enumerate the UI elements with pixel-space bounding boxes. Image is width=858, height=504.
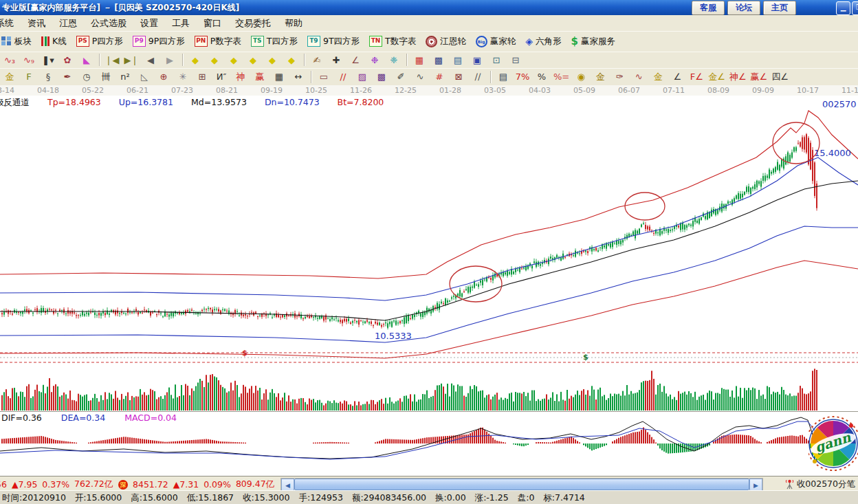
shen-tool-button[interactable]: 神 [231, 69, 250, 85]
percent-slash-button[interactable]: 7% [513, 69, 532, 85]
zigzag-line-button[interactable]: ∿ [410, 69, 430, 85]
menu-item-0[interactable]: 系统 [0, 17, 21, 30]
menu-item-1[interactable]: 资讯 [21, 17, 52, 30]
last-bar-button[interactable]: ▶❘ [122, 52, 141, 67]
width-measure-button[interactable]: ↔ [289, 69, 308, 85]
shen-angle-button[interactable]: 神∠ [727, 69, 749, 85]
box-select-button[interactable]: ▭ [314, 69, 333, 85]
menu-item-8[interactable]: 帮助 [278, 17, 309, 30]
sector-button[interactable]: 板块 [0, 34, 36, 50]
red-grid-button[interactable]: # [430, 69, 449, 85]
square-web-button[interactable]: ⊞ [192, 69, 212, 85]
feed-label[interactable]: 收002570分笔 [797, 479, 855, 490]
cloud-tool-button[interactable]: ❈ [384, 52, 404, 67]
first-bar-button[interactable]: ❘◀ [102, 52, 122, 67]
circle-cross-button[interactable]: ⊕ [154, 69, 173, 85]
horizontal-scrollbar[interactable]: ◀ ▶ [280, 478, 763, 491]
mesh-box-button[interactable]: ▩ [372, 69, 391, 85]
gann-pattern-button[interactable]: ✿ [58, 52, 77, 67]
prev-bar-button[interactable]: ◀ [141, 52, 160, 67]
gold-circle-button[interactable]: ◉ [571, 69, 591, 85]
menu-item-4[interactable]: 设置 [133, 17, 165, 30]
diamond-move-button[interactable]: ◆ [282, 52, 301, 67]
brush-pen-button[interactable]: ✒ [58, 69, 77, 85]
diamond-collapse-button[interactable]: ◆ [243, 52, 263, 67]
minute-chart-9-button[interactable]: ∿₉ [19, 52, 38, 67]
ink-brush-button[interactable]: ✑ [610, 69, 629, 85]
9p-square-button[interactable]: P99P四方形 [128, 34, 190, 50]
t-square-button[interactable]: TST四方形 [246, 34, 302, 50]
minute-chart-3-button[interactable]: ∿₃ [0, 52, 19, 67]
ray-box-button[interactable]: ▨ [353, 69, 372, 85]
ray-fan-button[interactable]: // [333, 69, 353, 85]
calendar-button[interactable]: ▦ [410, 52, 429, 67]
titlebar-button-2[interactable]: 主页 [763, 1, 796, 15]
winner-wheel-button[interactable]: Big赢家轮 [471, 34, 521, 50]
hexagon-button[interactable]: ◈六角形 [520, 34, 566, 50]
si-angle-button[interactable]: 四∠ [769, 69, 791, 85]
hand-tool-button[interactable]: ✍ [307, 52, 327, 67]
p-number-table-button[interactable]: PNP数字表 [190, 34, 246, 50]
gold-gann-button[interactable]: 金 [0, 69, 19, 85]
minimize-button[interactable]: ▁ [836, 1, 850, 15]
kline-button[interactable]: K线 [36, 34, 72, 50]
export-button[interactable]: ⊡ [487, 52, 506, 67]
angle-line-button[interactable]: ∠ [668, 69, 687, 85]
diamond-left-button[interactable]: ◆ [186, 52, 205, 67]
calculator-button[interactable]: ▩ [429, 52, 448, 67]
macd-pane[interactable]: DIF=0.36DEA=0.34MACD=0.04 [0, 411, 858, 476]
f-angle-button[interactable]: F∠ [687, 69, 706, 85]
n-squared-button[interactable]: n² [116, 69, 135, 85]
t-number-table-button[interactable]: TNT数字表 [364, 34, 421, 50]
next-bar-button[interactable]: ▶ [160, 52, 179, 67]
menu-item-3[interactable]: 公式选股 [84, 17, 133, 30]
spiral-button[interactable]: § [38, 69, 58, 85]
spectrum-button[interactable]: ◣ [77, 52, 96, 67]
i-marks-button[interactable]: И″ [212, 69, 231, 85]
scrollbar-thumb[interactable] [294, 479, 749, 490]
p-square-button[interactable]: PSP四方形 [72, 34, 128, 50]
winner-wheel-icon: Big [476, 36, 487, 47]
percent-button[interactable]: % [532, 69, 551, 85]
titlebar-button-0[interactable]: 客服 [692, 1, 725, 15]
printer-button[interactable]: ⊟ [506, 52, 525, 67]
parallel-lines-button[interactable]: ∕∕ [468, 69, 487, 85]
winner-service-button[interactable]: $赢家服务 [566, 34, 619, 50]
menu-item-6[interactable]: 窗口 [197, 17, 228, 30]
column-stat-button[interactable]: ▤ [494, 69, 513, 85]
maximize-button[interactable]: ❒ [852, 1, 858, 15]
kline-chart-canvas[interactable]: $$15.400010.5333 [0, 96, 858, 411]
f-gann-button[interactable]: F [19, 69, 38, 85]
angle-measure-button[interactable]: ∠ [346, 52, 365, 67]
save-button[interactable]: ▣ [468, 52, 487, 67]
diamond-star-button[interactable]: ◆ [263, 52, 282, 67]
star-web-button[interactable]: ✳ [173, 69, 192, 85]
gold-line-button[interactable]: 金 [591, 69, 610, 85]
gold-line-2-button[interactable]: 金 [648, 69, 668, 85]
comb-lines-button[interactable]: 卌 [96, 69, 116, 85]
menu-item-5[interactable]: 工具 [165, 17, 197, 30]
ying-tool-button[interactable]: 赢 [250, 69, 270, 85]
time-circle-button[interactable]: ◷ [77, 69, 96, 85]
notepad-button[interactable]: ▤ [448, 52, 468, 67]
candle-style-button[interactable]: ❚▾ [38, 52, 58, 67]
wave-gold-button[interactable]: ∿ [629, 69, 648, 85]
9t-square-button[interactable]: T99T四方形 [302, 34, 364, 50]
gann-wheel-button[interactable]: 江恩轮 [421, 34, 471, 50]
grid-arrow-button[interactable]: ⊠ [449, 69, 468, 85]
diamond-right-button[interactable]: ◆ [205, 52, 224, 67]
gold-angle-button[interactable]: 金∠ [706, 69, 727, 85]
set-square-button[interactable]: ◺ [135, 69, 154, 85]
percent-line-button[interactable]: %= [551, 69, 571, 85]
quote-field-标: 标:7.4714 [543, 492, 584, 504]
menu-item-7[interactable]: 交易委托 [228, 17, 278, 30]
crosshair-tool-button[interactable]: ✚ [327, 52, 346, 67]
menu-item-2[interactable]: 江恩 [52, 17, 84, 30]
ying-angle-button[interactable]: 赢∠ [749, 69, 770, 85]
grid-123-button[interactable]: ▦ [270, 69, 289, 85]
main-chart[interactable]: $$15.400010.5333 极反通道Tp=18.4963Up=16.378… [0, 96, 858, 411]
gann-knot-button[interactable]: ❉ [365, 52, 384, 67]
diamond-horizontal-button[interactable]: ◆ [224, 52, 243, 67]
titlebar-button-1[interactable]: 论坛 [727, 1, 760, 15]
pencil-line-button[interactable]: ✐ [391, 69, 410, 85]
